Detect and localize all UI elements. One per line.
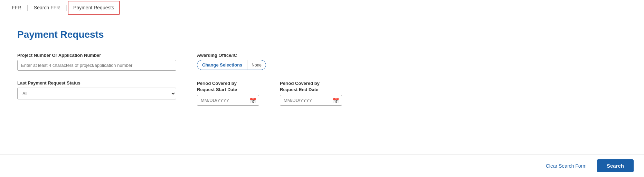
awarding-office-label: Awarding Office/IC	[197, 53, 266, 58]
main-content: Payment Requests Project Number Or Appli…	[0, 15, 644, 177]
project-number-input[interactable]	[17, 60, 176, 71]
period-start-calendar-icon[interactable]: 📅	[249, 97, 256, 104]
top-nav: FFR | Search FFR | Payment Requests	[0, 0, 644, 15]
change-selections-label[interactable]: Change Selections	[197, 60, 247, 70]
payment-status-select[interactable]: All Pending Approved Rejected	[17, 88, 176, 99]
change-selections-button[interactable]: Change Selections None	[197, 60, 266, 70]
nav-divider-1: |	[27, 0, 28, 15]
page-title: Payment Requests	[17, 29, 627, 40]
search-button[interactable]: Search	[597, 159, 634, 172]
nav-payment-requests[interactable]: Payment Requests	[68, 1, 120, 15]
period-start-label: Period Covered by Request Start Date	[197, 80, 259, 93]
payment-status-group: Last Payment Request Status All Pending …	[17, 80, 176, 99]
period-end-input-wrapper: 📅	[280, 95, 342, 106]
form-row-2: Last Payment Request Status All Pending …	[17, 80, 627, 106]
nav-search-ffr[interactable]: Search FFR	[29, 1, 65, 14]
form-row-1: Project Number Or Application Number Awa…	[17, 53, 627, 71]
none-badge: None	[247, 61, 266, 70]
period-end-label: Period Covered by Request End Date	[280, 80, 342, 93]
period-start-group: Period Covered by Request Start Date 📅	[197, 80, 259, 106]
project-number-group: Project Number Or Application Number	[17, 53, 176, 71]
awarding-office-group: Awarding Office/IC Change Selections Non…	[197, 53, 266, 70]
nav-divider-2: |	[65, 0, 67, 15]
search-form: Project Number Or Application Number Awa…	[17, 53, 627, 106]
project-number-label: Project Number Or Application Number	[17, 53, 176, 58]
clear-search-form-button[interactable]: Clear Search Form	[542, 160, 590, 171]
period-end-calendar-icon[interactable]: 📅	[332, 97, 339, 104]
period-end-group: Period Covered by Request End Date 📅	[280, 80, 342, 106]
payment-status-label: Last Payment Request Status	[17, 80, 176, 86]
period-start-input-wrapper: 📅	[197, 95, 259, 106]
nav-ffr[interactable]: FFR	[7, 1, 26, 14]
action-bar: Clear Search Form Search	[0, 154, 644, 177]
